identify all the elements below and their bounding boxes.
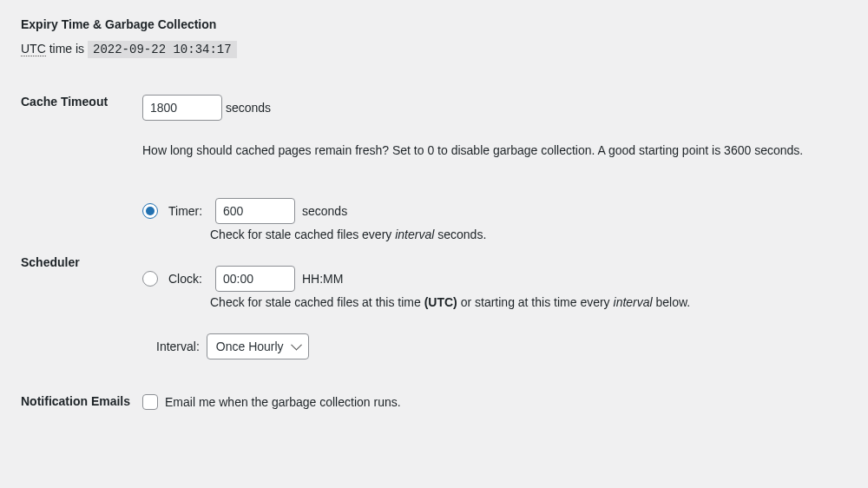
scheduler-clock-radio[interactable] <box>142 271 158 287</box>
scheduler-timer-block: Timer: seconds Check for stale cached fi… <box>142 198 838 241</box>
scheduler-interval-label: Interval: <box>156 340 200 353</box>
utc-abbr: UTC <box>21 42 46 56</box>
scheduler-timer-help-pre: Check for stale cached files every <box>210 228 395 241</box>
notification-row: Notification Emails Email me when the ga… <box>21 370 847 420</box>
scheduler-clock-block: Clock: HH:MM Check for stale cached file… <box>142 266 838 309</box>
scheduler-timer-help: Check for stale cached files every inter… <box>210 228 838 241</box>
scheduler-clock-help-mid: or starting at this time every <box>457 295 614 309</box>
cache-timeout-label: Cache Timeout <box>21 84 142 177</box>
scheduler-clock-help-strong: (UTC) <box>424 295 457 309</box>
scheduler-timer-label: Timer: <box>168 204 208 218</box>
scheduler-interval-row: Interval: Once Hourly <box>156 333 838 359</box>
scheduler-clock-unit: HH:MM <box>302 272 343 286</box>
cache-timeout-unit: seconds <box>226 101 271 115</box>
scheduler-timer-radio[interactable] <box>142 203 158 219</box>
scheduler-clock-input[interactable] <box>215 266 295 292</box>
scheduler-timer-unit: seconds <box>302 204 347 218</box>
utc-time-line: UTC time is 2022-09-22 10:34:17 <box>21 42 847 56</box>
cache-timeout-input[interactable] <box>142 95 222 121</box>
scheduler-timer-help-post: seconds. <box>434 228 486 241</box>
notification-checkbox-label: Email me when the garbage collection run… <box>165 395 401 409</box>
scheduler-row: Scheduler Timer: seconds Check for stale… <box>21 177 847 370</box>
utc-timestamp: 2022-09-22 10:34:17 <box>88 41 237 58</box>
cache-timeout-description: How long should cached pages remain fres… <box>142 142 838 160</box>
scheduler-timer-input[interactable] <box>215 198 295 224</box>
cache-timeout-row: Cache Timeout seconds How long should ca… <box>21 84 847 177</box>
scheduler-label: Scheduler <box>21 177 142 370</box>
scheduler-clock-help-pre: Check for stale cached files at this tim… <box>210 295 424 309</box>
scheduler-interval-select[interactable]: Once Hourly <box>207 333 309 359</box>
notification-checkbox-label-wrap[interactable]: Email me when the garbage collection run… <box>142 394 838 410</box>
section-title: Expiry Time & Garbage Collection <box>21 17 847 31</box>
scheduler-clock-help: Check for stale cached files at this tim… <box>210 295 838 309</box>
notification-label: Notification Emails <box>21 370 142 420</box>
scheduler-timer-help-em: interval <box>395 228 434 241</box>
scheduler-clock-help-post: below. <box>653 295 691 309</box>
scheduler-clock-label: Clock: <box>168 272 208 286</box>
scheduler-clock-help-em: interval <box>614 295 653 309</box>
utc-label-suffix: time is <box>46 42 88 56</box>
notification-checkbox[interactable] <box>142 394 158 410</box>
